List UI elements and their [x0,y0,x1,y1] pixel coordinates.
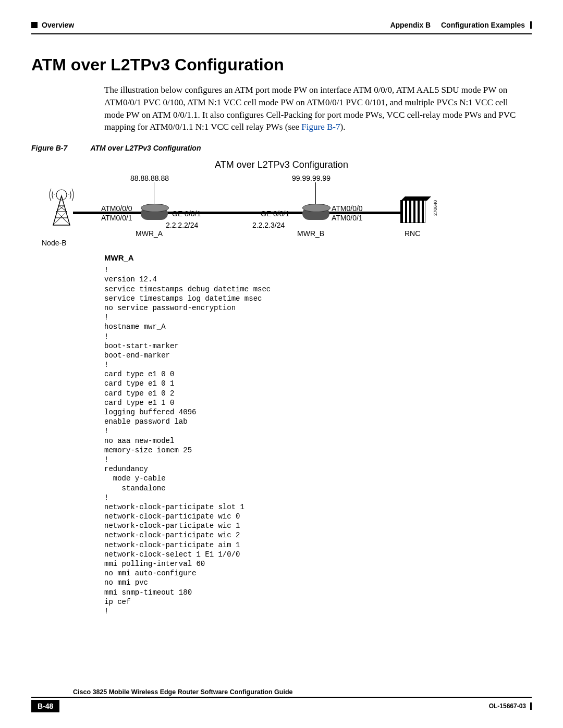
figure-caption-text: ATM over L2TPv3 Configuration [90,144,201,152]
intro-tail: ). [340,122,346,132]
page-footer: Cisco 3825 Mobile Wireless Edge Router S… [31,688,532,712]
header-marker-right-icon [530,21,532,29]
figure-link[interactable]: Figure B-7 [301,122,340,132]
mwr-a-label: MWR_A [136,229,163,238]
router-b-icon [302,207,329,220]
figure-number: Figure B-7 [31,144,89,152]
mwr-b-label: MWR_B [297,229,324,238]
ip-address-right: 99.99.99.99 [292,174,331,182]
header-marker-left-icon [31,22,38,28]
header-rule [31,33,532,34]
subnet-right-label: 2.2.2.3/24 [252,221,285,229]
ge001-right-label: GE 0/0/1 [261,209,289,218]
router-a-icon [141,207,168,220]
tower-icon [47,184,76,229]
node-b-label: Node-B [42,239,66,247]
atm001-left-label: ATM0/0/1 [101,214,132,222]
doc-id: OL-15667-03 [489,702,526,710]
ip-address-left: 88.88.88.88 [130,174,169,182]
figure-caption: Figure B-7 ATM over L2TPv3 Configuration [31,144,532,152]
footer-marker-icon [530,702,532,710]
atm000-right-label: ATM0/0/0 [332,204,363,213]
footer-rule [31,697,532,698]
header-section-label: Overview [42,21,74,29]
header-appendix-title: Configuration Examples [441,21,525,29]
rnc-icon [400,200,425,223]
network-diagram: ATM over L2TPv3 Configuration 88.88.88.8… [31,159,532,248]
diagram-id: 270640 [433,200,438,216]
rnc-label: RNC [405,229,420,238]
atm001-right-label: ATM0/0/1 [332,214,363,222]
config-block: ! version 12.4 service timestamps debug … [104,265,532,616]
intro-paragraph: The illustration below configures an ATM… [104,84,521,133]
page-number-badge: B-48 [31,700,59,712]
page-header: Overview Appendix B Configuration Exampl… [31,21,532,29]
atm000-left-label: ATM0/0/0 [101,204,132,213]
config-heading: MWR_A [104,253,532,262]
subnet-left-label: 2.2.2.2/24 [166,221,198,229]
diagram-title: ATM over L2TPv3 Configuration [215,159,348,170]
header-appendix: Appendix B [390,21,431,29]
ge001-left-label: GE 0/0/1 [172,209,201,218]
section-title: ATM over L2TPv3 Configuration [31,55,532,75]
footer-guide-title: Cisco 3825 Mobile Wireless Edge Router S… [73,688,532,696]
